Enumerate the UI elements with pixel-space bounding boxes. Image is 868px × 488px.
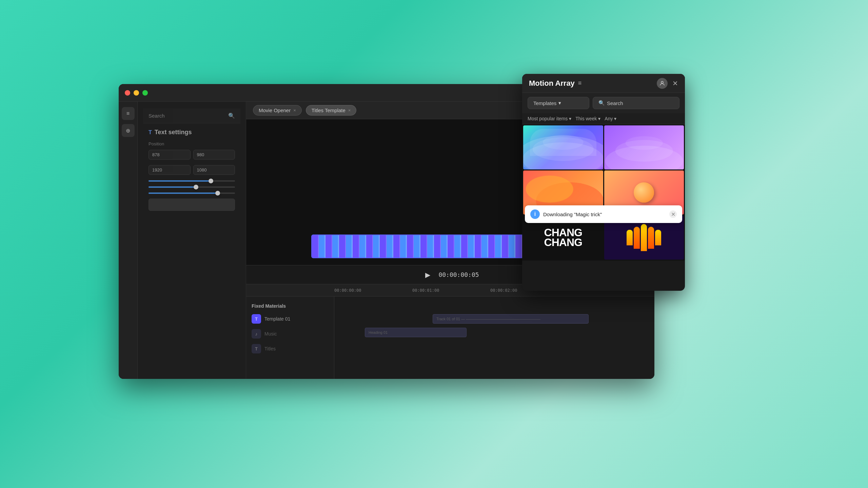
close-window-button[interactable] <box>125 90 130 96</box>
slider-2 <box>149 186 235 188</box>
sort-popular[interactable]: Most popular items ▾ <box>528 116 571 121</box>
ruler-mark-1: 00:00:01:00 <box>412 288 490 293</box>
position-label: Position <box>149 141 235 146</box>
slider-3 <box>149 192 235 194</box>
ma-avatar[interactable] <box>657 78 668 89</box>
notif-text: Downloading "Magic trick" <box>543 211 666 217</box>
sidebar-icon-1[interactable]: ≡ <box>122 107 135 120</box>
thumbnail-1[interactable] <box>523 125 603 169</box>
tab-movie-opener[interactable]: Movie Opener × <box>253 105 302 116</box>
arch-4 <box>648 227 654 249</box>
bottom-timeline: 00:00:00:00 00:00:01:00 00:00:02:00 Fixe… <box>246 284 654 379</box>
close-tab-titles-template[interactable]: × <box>348 108 351 113</box>
ruler-mark-0: 00:00:00:00 <box>334 288 412 293</box>
track-music-label: Music <box>264 331 277 337</box>
slider-track-2[interactable] <box>149 186 235 188</box>
title-track-block: Heading 01 <box>365 328 467 337</box>
ma-thumbnails-grid: CHANGCHANG <box>522 124 685 261</box>
arch-3 <box>641 224 647 251</box>
templates-filter-button[interactable]: Templates ▾ <box>528 97 589 109</box>
timeline-tracks: Fixed Materials T Template 01 ♪ Music T … <box>246 297 654 379</box>
track-template-label: Template 01 <box>264 316 290 322</box>
notif-close-button[interactable]: ✕ <box>669 210 677 218</box>
sidebar-icon-2[interactable]: ⊕ <box>122 124 135 137</box>
download-notification: i Downloading "Magic trick" ✕ <box>525 205 682 223</box>
search-input[interactable]: Search <box>149 113 225 119</box>
slider-track-3[interactable] <box>149 192 235 194</box>
track-template-icon: T <box>252 314 261 324</box>
track-titles: T Titles <box>246 341 334 356</box>
arch-2 <box>634 227 640 249</box>
track-content-area: Track 01 of 01 — ———————————————————— He… <box>334 297 654 379</box>
minimize-window-button[interactable] <box>134 90 139 96</box>
ma-sort-bar: Most popular items ▾ This week ▾ Any ▾ <box>522 113 685 124</box>
left-sidebar: ≡ ⊕ <box>119 102 138 379</box>
thumb-ball <box>634 182 654 203</box>
ma-header-right: ✕ <box>657 78 678 89</box>
motion-array-panel: Motion Array ≡ ✕ Templates ▾ 🔍 Search Mo… <box>522 74 685 291</box>
settings-title: T Text settings <box>149 129 235 136</box>
search-bar: Search 🔍 <box>143 108 240 123</box>
track-template-01: T Template 01 <box>246 311 334 326</box>
position-grid: 878 980 <box>149 150 235 160</box>
track-labels: Fixed Materials T Template 01 ♪ Music T … <box>246 297 334 379</box>
music-track-block: Track 01 of 01 — ———————————————————— <box>433 314 589 324</box>
svg-point-3 <box>543 135 584 150</box>
maximize-window-button[interactable] <box>142 90 148 96</box>
fixed-materials-label: Fixed Materials <box>246 301 334 311</box>
arch-1 <box>627 230 633 246</box>
pos-x-field[interactable]: 878 <box>149 150 191 160</box>
sort-any[interactable]: Any ▾ <box>605 116 616 121</box>
thumbnail-2[interactable] <box>604 125 684 169</box>
ma-title: Motion Array ≡ <box>529 79 581 88</box>
track-music-icon: ♪ <box>252 329 261 339</box>
track-title-icon: T <box>252 344 261 353</box>
ma-search-button[interactable]: 🔍 Search <box>593 97 679 109</box>
size-w-field[interactable]: 1920 <box>149 165 191 175</box>
size-h-field[interactable]: 1080 <box>193 165 235 175</box>
search-icon: 🔍 <box>228 113 235 119</box>
svg-point-6 <box>625 136 663 150</box>
ma-header: Motion Array ≡ ✕ <box>522 74 685 93</box>
tab-titles-template[interactable]: Titles Template × <box>306 105 357 116</box>
track-music: ♪ Music <box>246 326 334 341</box>
close-tab-movie-opener[interactable]: × <box>293 108 296 113</box>
sort-week[interactable]: This week ▾ <box>575 116 600 121</box>
svg-point-8 <box>526 176 573 203</box>
timecode-display: 00:00:00:05 <box>438 271 479 278</box>
size-grid: 1920 1080 <box>149 165 235 175</box>
slider-track-1[interactable] <box>149 180 235 182</box>
ma-search-icon: 🔍 <box>598 100 605 106</box>
thumb-text-chang: CHANGCHANG <box>544 228 582 247</box>
arch-5 <box>655 230 661 246</box>
settings-panel: Search 🔍 T Text settings Position 878 98… <box>138 102 246 379</box>
slider-1 <box>149 180 235 182</box>
track-titles-label: Titles <box>264 346 276 351</box>
color-swatch[interactable] <box>149 199 235 211</box>
pos-y-field[interactable]: 980 <box>193 150 235 160</box>
ma-filter-bar: Templates ▾ 🔍 Search <box>522 93 685 113</box>
play-button[interactable]: ▶ <box>421 269 434 281</box>
notif-info-icon: i <box>530 209 540 219</box>
svg-point-0 <box>661 81 663 83</box>
ma-menu-icon[interactable]: ≡ <box>578 80 582 87</box>
ma-close-button[interactable]: ✕ <box>672 79 678 87</box>
